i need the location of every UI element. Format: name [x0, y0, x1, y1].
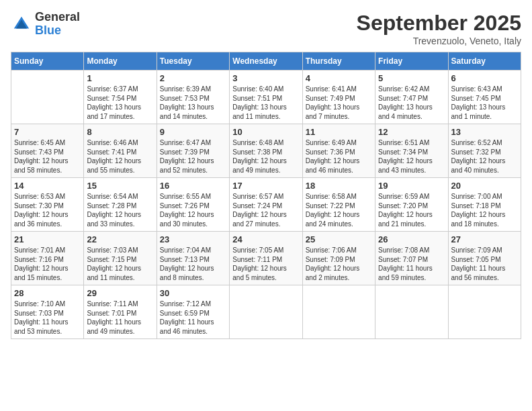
title-block: September 2025 Trevenzuolo, Veneto, Ital…: [357, 11, 521, 46]
calendar-cell: 26Sunrise: 7:08 AMSunset: 7:07 PMDayligh…: [375, 232, 448, 285]
calendar-cell: 4Sunrise: 6:41 AMSunset: 7:49 PMDaylight…: [302, 71, 375, 124]
calendar-day-header: Sunday: [11, 52, 84, 71]
calendar-cell: [11, 71, 84, 124]
calendar-cell: 20Sunrise: 7:00 AMSunset: 7:18 PMDayligh…: [448, 178, 521, 232]
cell-info: Sunrise: 6:52 AMSunset: 7:32 PMDaylight:…: [451, 139, 506, 174]
calendar-cell: 10Sunrise: 6:48 AMSunset: 7:38 PMDayligh…: [230, 124, 302, 178]
cell-info: Sunrise: 6:57 AMSunset: 7:24 PMDaylight:…: [232, 193, 287, 228]
cell-info: Sunrise: 7:05 AMSunset: 7:11 PMDaylight:…: [232, 246, 287, 281]
calendar-cell: 7Sunrise: 6:45 AMSunset: 7:43 PMDaylight…: [11, 124, 84, 178]
cell-info: Sunrise: 7:04 AMSunset: 7:13 PMDaylight:…: [160, 246, 214, 281]
calendar-cell: 2Sunrise: 6:39 AMSunset: 7:53 PMDaylight…: [157, 71, 229, 124]
logo-general: General: [35, 10, 80, 24]
cell-info: Sunrise: 6:45 AMSunset: 7:43 PMDaylight:…: [14, 139, 69, 174]
cell-info: Sunrise: 6:48 AMSunset: 7:38 PMDaylight:…: [232, 139, 287, 174]
month-title: September 2025: [357, 11, 521, 36]
cell-info: Sunrise: 7:08 AMSunset: 7:07 PMDaylight:…: [378, 246, 433, 281]
day-number: 11: [306, 127, 372, 137]
calendar-week-row: 21Sunrise: 7:01 AMSunset: 7:16 PMDayligh…: [11, 232, 521, 285]
calendar-cell: 18Sunrise: 6:58 AMSunset: 7:22 PMDayligh…: [302, 178, 375, 232]
cell-info: Sunrise: 6:40 AMSunset: 7:51 PMDaylight:…: [232, 85, 287, 120]
day-number: 19: [378, 181, 445, 191]
calendar-cell: 8Sunrise: 6:46 AMSunset: 7:41 PMDaylight…: [84, 124, 157, 178]
cell-info: Sunrise: 6:53 AMSunset: 7:30 PMDaylight:…: [14, 193, 69, 228]
calendar-cell: 23Sunrise: 7:04 AMSunset: 7:13 PMDayligh…: [157, 232, 229, 285]
day-number: 30: [160, 288, 226, 298]
day-number: 17: [232, 181, 299, 191]
cell-info: Sunrise: 7:11 AMSunset: 7:01 PMDaylight:…: [87, 300, 141, 335]
calendar-day-header: Wednesday: [230, 52, 302, 71]
cell-info: Sunrise: 7:00 AMSunset: 7:18 PMDaylight:…: [451, 193, 506, 228]
cell-info: Sunrise: 6:47 AMSunset: 7:39 PMDaylight:…: [160, 139, 214, 174]
cell-info: Sunrise: 6:49 AMSunset: 7:36 PMDaylight:…: [306, 139, 360, 174]
calendar-week-row: 1Sunrise: 6:37 AMSunset: 7:54 PMDaylight…: [11, 71, 521, 124]
calendar-cell: [230, 285, 302, 339]
day-number: 16: [160, 181, 226, 191]
calendar-cell: 11Sunrise: 6:49 AMSunset: 7:36 PMDayligh…: [302, 124, 375, 178]
calendar-cell: 29Sunrise: 7:11 AMSunset: 7:01 PMDayligh…: [84, 285, 157, 339]
page-header: General Blue September 2025 Trevenzuolo,…: [11, 11, 521, 46]
calendar-cell: 16Sunrise: 6:55 AMSunset: 7:26 PMDayligh…: [157, 178, 229, 232]
calendar-cell: [375, 285, 448, 339]
calendar-cell: 12Sunrise: 6:51 AMSunset: 7:34 PMDayligh…: [375, 124, 448, 178]
day-number: 25: [306, 234, 372, 244]
day-number: 20: [451, 181, 518, 191]
day-number: 29: [87, 288, 153, 298]
cell-info: Sunrise: 6:37 AMSunset: 7:54 PMDaylight:…: [87, 85, 141, 120]
day-number: 10: [232, 127, 299, 137]
calendar-cell: 9Sunrise: 6:47 AMSunset: 7:39 PMDaylight…: [157, 124, 229, 178]
cell-info: Sunrise: 6:55 AMSunset: 7:26 PMDaylight:…: [160, 193, 214, 228]
day-number: 8: [87, 127, 153, 137]
cell-info: Sunrise: 6:54 AMSunset: 7:28 PMDaylight:…: [87, 193, 141, 228]
calendar-week-row: 7Sunrise: 6:45 AMSunset: 7:43 PMDaylight…: [11, 124, 521, 178]
day-number: 6: [451, 73, 518, 83]
cell-info: Sunrise: 6:59 AMSunset: 7:20 PMDaylight:…: [378, 193, 433, 228]
day-number: 18: [306, 181, 372, 191]
logo: General Blue: [11, 11, 80, 38]
calendar-cell: 1Sunrise: 6:37 AMSunset: 7:54 PMDaylight…: [84, 71, 157, 124]
cell-info: Sunrise: 7:06 AMSunset: 7:09 PMDaylight:…: [306, 246, 360, 281]
calendar-cell: [448, 285, 521, 339]
location: Trevenzuolo, Veneto, Italy: [357, 36, 521, 46]
calendar-cell: 27Sunrise: 7:09 AMSunset: 7:05 PMDayligh…: [448, 232, 521, 285]
cell-info: Sunrise: 7:01 AMSunset: 7:16 PMDaylight:…: [14, 246, 69, 281]
calendar-cell: 21Sunrise: 7:01 AMSunset: 7:16 PMDayligh…: [11, 232, 84, 285]
calendar-cell: 15Sunrise: 6:54 AMSunset: 7:28 PMDayligh…: [84, 178, 157, 232]
logo-icon: [11, 13, 32, 35]
calendar-cell: 30Sunrise: 7:12 AMSunset: 6:59 PMDayligh…: [157, 285, 229, 339]
calendar-day-header: Saturday: [448, 52, 521, 71]
cell-info: Sunrise: 6:51 AMSunset: 7:34 PMDaylight:…: [378, 139, 433, 174]
calendar-cell: 6Sunrise: 6:43 AMSunset: 7:45 PMDaylight…: [448, 71, 521, 124]
cell-info: Sunrise: 7:03 AMSunset: 7:15 PMDaylight:…: [87, 246, 141, 281]
cell-info: Sunrise: 6:43 AMSunset: 7:45 PMDaylight:…: [451, 85, 506, 120]
calendar-cell: 28Sunrise: 7:10 AMSunset: 7:03 PMDayligh…: [11, 285, 84, 339]
day-number: 28: [14, 288, 81, 298]
cell-info: Sunrise: 7:10 AMSunset: 7:03 PMDaylight:…: [14, 300, 69, 335]
calendar-cell: 25Sunrise: 7:06 AMSunset: 7:09 PMDayligh…: [302, 232, 375, 285]
day-number: 4: [306, 73, 372, 83]
calendar-cell: 22Sunrise: 7:03 AMSunset: 7:15 PMDayligh…: [84, 232, 157, 285]
cell-info: Sunrise: 6:41 AMSunset: 7:49 PMDaylight:…: [306, 85, 360, 120]
calendar-table: SundayMondayTuesdayWednesdayThursdayFrid…: [11, 52, 521, 339]
calendar-day-header: Thursday: [302, 52, 375, 71]
calendar-body: 1Sunrise: 6:37 AMSunset: 7:54 PMDaylight…: [11, 71, 521, 339]
day-number: 13: [451, 127, 518, 137]
calendar-cell: 14Sunrise: 6:53 AMSunset: 7:30 PMDayligh…: [11, 178, 84, 232]
calendar-cell: 13Sunrise: 6:52 AMSunset: 7:32 PMDayligh…: [448, 124, 521, 178]
cell-info: Sunrise: 7:12 AMSunset: 6:59 PMDaylight:…: [160, 300, 214, 335]
day-number: 24: [232, 234, 299, 244]
calendar-cell: 19Sunrise: 6:59 AMSunset: 7:20 PMDayligh…: [375, 178, 448, 232]
day-number: 2: [160, 73, 226, 83]
calendar-week-row: 14Sunrise: 6:53 AMSunset: 7:30 PMDayligh…: [11, 178, 521, 232]
day-number: 9: [160, 127, 226, 137]
day-number: 3: [232, 73, 299, 83]
day-number: 26: [378, 234, 445, 244]
day-number: 14: [14, 181, 81, 191]
day-number: 7: [14, 127, 81, 137]
day-number: 15: [87, 181, 153, 191]
day-number: 5: [378, 73, 445, 83]
day-number: 27: [451, 234, 518, 244]
calendar-cell: [302, 285, 375, 339]
logo-blue: Blue: [35, 24, 61, 37]
calendar-cell: 24Sunrise: 7:05 AMSunset: 7:11 PMDayligh…: [230, 232, 302, 285]
